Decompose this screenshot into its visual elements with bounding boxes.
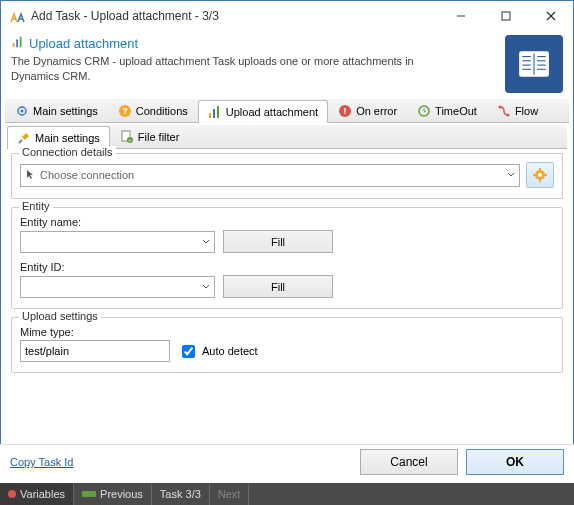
svg-line-28 [424,111,426,112]
svg-text:!: ! [344,106,347,116]
module-icon [505,35,563,93]
svg-rect-21 [209,113,211,118]
question-icon: ? [118,104,132,118]
connection-legend: Connection details [19,146,116,158]
subtab-file-filter[interactable]: +File filter [110,125,190,148]
connection-select[interactable]: Choose connection [20,164,520,187]
upload-settings-fieldset: Upload settings Mime type: Auto detect [11,317,563,373]
svg-text:?: ? [122,106,128,116]
tab-conditions[interactable]: ?Conditions [108,99,198,122]
chart-icon [208,105,222,119]
titlebar: Add Task - Upload attachment - 3/3 [1,1,573,31]
header-title: Upload attachment [29,36,138,51]
header-title-row: Upload attachment [11,35,505,52]
window-title: Add Task - Upload attachment - 3/3 [31,9,438,23]
chevron-down-icon [202,238,210,246]
chevron-down-icon [202,283,210,291]
app-icon [9,8,25,24]
svg-point-29 [498,106,501,109]
cursor-icon [25,169,36,182]
svg-rect-1 [502,12,510,20]
gear-icon [15,104,29,118]
entity-id-label: Entity ID: [20,261,554,273]
svg-point-30 [506,114,509,117]
red-dot-icon [8,490,16,498]
mime-type-label: Mime type: [20,326,554,338]
statusbar: Variables Previous Task 3/3 Next [0,483,574,505]
upload-legend: Upload settings [19,310,101,322]
gear-color-icon [532,167,548,183]
entity-fieldset: Entity Entity name: Fill Entity ID: Fill [11,207,563,309]
copy-task-id-link[interactable]: Copy Task Id [10,456,73,468]
clock-icon [417,104,431,118]
entity-id-fill-button[interactable]: Fill [223,275,333,298]
close-button[interactable] [528,1,573,31]
content-panel: Connection details Choose connection Ent… [1,149,573,385]
connection-settings-button[interactable] [526,162,554,188]
tab-on-error[interactable]: !On error [328,99,407,122]
auto-detect-input[interactable] [182,345,195,358]
svg-rect-6 [20,37,22,48]
file-filter-icon: + [120,130,134,144]
chart-icon [11,35,25,52]
flow-icon [497,104,511,118]
mime-type-input[interactable] [20,340,170,362]
tab-main-settings[interactable]: Main settings [5,99,108,122]
svg-line-31 [19,140,22,143]
maximize-button[interactable] [483,1,528,31]
status-task: Task 3/3 [152,483,210,505]
entity-legend: Entity [19,200,53,212]
entity-name-select[interactable] [20,231,215,253]
header-desc: The Dynamics CRM - upload attachment Tas… [11,54,431,84]
cancel-button[interactable]: Cancel [360,449,458,475]
error-icon: ! [338,104,352,118]
svg-point-18 [21,110,24,113]
svg-rect-5 [16,39,18,47]
entity-id-select[interactable] [20,276,215,298]
connection-fieldset: Connection details Choose connection [11,153,563,199]
tab-flow[interactable]: Flow [487,99,548,122]
status-variables[interactable]: Variables [0,483,74,505]
entity-name-fill-button[interactable]: Fill [223,230,333,253]
status-next: Next [210,483,250,505]
wrench-icon [17,131,31,145]
status-previous[interactable]: Previous [74,483,152,505]
svg-rect-22 [213,109,215,118]
main-tabs: Main settings ?Conditions Upload attachm… [5,99,569,123]
ok-button[interactable]: OK [466,449,564,475]
tab-upload-attachment[interactable]: Upload attachment [198,100,328,123]
footer: Copy Task Id Cancel OK [0,444,574,483]
auto-detect-checkbox[interactable]: Auto detect [178,342,258,361]
chevron-down-icon [507,171,515,179]
svg-rect-4 [13,43,15,47]
tab-timeout[interactable]: TimeOut [407,99,487,122]
svg-text:+: + [128,137,131,143]
minimize-button[interactable] [438,1,483,31]
header: Upload attachment The Dynamics CRM - upl… [1,31,573,97]
svg-rect-23 [217,106,219,118]
prev-bar-icon [82,491,96,497]
entity-name-label: Entity name: [20,216,554,228]
svg-point-36 [538,173,542,177]
